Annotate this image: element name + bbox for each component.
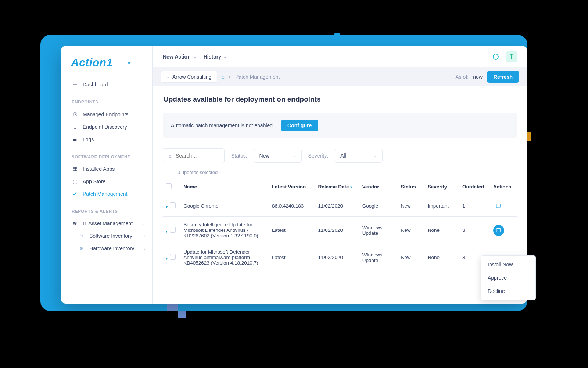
page-title: Updates available for deployment on endp… — [164, 95, 517, 103]
cell-name: Update for Microsoft Defender Antivirus … — [180, 244, 269, 271]
col-release[interactable]: Release Date▾ — [315, 179, 359, 195]
col-name[interactable]: Name — [180, 179, 269, 195]
search-input-wrap[interactable]: ⌕ — [163, 148, 225, 163]
configure-button[interactable]: Configure — [281, 120, 318, 131]
chevron-right-icon: › — [144, 246, 146, 251]
sidebar-section-endpoints: ENDPOINTS — [72, 100, 149, 104]
cell-name: Security Intelligence Update for Microso… — [180, 217, 269, 244]
button-label: New Action — [163, 54, 191, 60]
sidebar-item-software-inventory[interactable]: ≋ Software Inventory › — [71, 230, 149, 242]
search-icon: ⌕ — [168, 153, 171, 159]
sidebar-item-label: Hardware Inventory — [89, 245, 134, 251]
cell-name: Google Chrome — [180, 195, 269, 217]
row-checkbox[interactable] — [170, 202, 176, 208]
row-actions-button[interactable]: ❐ — [493, 200, 504, 211]
sidebar-item-logs[interactable]: ≣ Logs — [71, 133, 149, 146]
sidebar-item-app-store[interactable]: ▢ App Store — [71, 175, 149, 188]
sidebar-item-label: Managed Endpoints — [83, 112, 129, 117]
cell-severity: Important — [425, 195, 459, 217]
cell-vendor: Google — [359, 195, 398, 217]
cell-release: 11/02/2020 — [315, 217, 359, 244]
sidebar-item-label: Logs — [83, 137, 94, 142]
menu-approve[interactable]: Approve — [481, 271, 535, 284]
search-input[interactable] — [175, 152, 219, 159]
sidebar-item-patch-management[interactable]: ✔ Patch Management — [71, 188, 149, 200]
topbar: New Action ⌄ History ⌄ T — [153, 46, 527, 67]
cell-status: New — [398, 244, 424, 271]
breadcrumb-bar: ⌄ Arrow Consulting ⌂ • Patch Management … — [153, 67, 527, 86]
collapse-sidebar-icon[interactable]: « — [128, 60, 130, 66]
refresh-button[interactable]: Refresh — [487, 71, 519, 83]
main-panel: New Action ⌄ History ⌄ T ⌄ Arrow Consult… — [153, 46, 527, 304]
sidebar-item-label: App Store — [83, 178, 105, 184]
history-button[interactable]: History ⌄ — [204, 54, 227, 60]
expand-row-icon[interactable]: ▾ — [166, 205, 168, 209]
as-of-label: As of: — [455, 74, 469, 80]
col-actions: Actions — [490, 179, 517, 195]
avatar[interactable]: T — [506, 51, 517, 62]
expand-row-icon[interactable]: ▾ — [166, 256, 168, 261]
cell-release: 11/02/2020 — [315, 195, 359, 217]
cell-vendor: Windows Update — [359, 217, 398, 244]
bag-icon: ▢ — [72, 178, 78, 184]
row-checkbox[interactable] — [170, 227, 176, 233]
help-icon[interactable] — [493, 54, 499, 60]
severity-select[interactable]: All ⌄ — [335, 149, 383, 163]
severity-value: All — [340, 153, 346, 159]
row-actions-menu: Install Now Approve Decline — [481, 255, 536, 300]
status-label: Status: — [231, 153, 247, 159]
sidebar-item-installed-apps[interactable]: ▦ Installed Apps — [71, 163, 149, 175]
cell-version: Latest — [269, 244, 315, 271]
search-icon: ⌕ — [72, 124, 78, 130]
menu-install-now[interactable]: Install Now — [481, 258, 535, 271]
breadcrumb-current: Patch Management — [235, 74, 280, 80]
sidebar-item-label: Dashboard — [83, 82, 108, 88]
layers-icon: ≋ — [72, 220, 78, 226]
chevron-down-icon: ⌄ — [223, 54, 227, 59]
sidebar: Action1 « ▭ Dashboard ENDPOINTS ⦾ Manage… — [61, 46, 153, 304]
notice-text: Automatic patch management is not enable… — [171, 123, 273, 128]
sidebar-item-managed-endpoints[interactable]: ⦾ Managed Endpoints — [71, 108, 149, 121]
cell-status: New — [398, 195, 424, 217]
org-selector[interactable]: ⌄ Arrow Consulting — [161, 71, 217, 83]
expand-row-icon[interactable]: ▾ — [166, 229, 168, 233]
sort-desc-icon: ▾ — [350, 185, 352, 189]
sidebar-item-label: Software Inventory — [89, 233, 132, 239]
brand-logo: Action1 — [71, 56, 113, 69]
grid-icon: ▦ — [72, 166, 78, 172]
col-status[interactable]: Status — [398, 179, 424, 195]
table-row: ▾Google Chrome86.0.4240.18311/02/2020Goo… — [163, 195, 517, 217]
status-select[interactable]: New ⌄ — [254, 149, 302, 163]
cell-release: 11/02/2020 — [315, 244, 359, 271]
cell-outdated: 3 — [459, 217, 490, 244]
chevron-down-icon: ⌄ — [166, 75, 169, 79]
sidebar-item-dashboard[interactable]: ▭ Dashboard — [71, 78, 149, 91]
sidebar-item-hardware-inventory[interactable]: ≋ Hardware Inventory › — [71, 242, 149, 255]
breadcrumb-sep: • — [229, 74, 231, 80]
sidebar-item-endpoint-discovery[interactable]: ⌕ Endpoint Discovery — [71, 121, 149, 133]
select-all-checkbox[interactable] — [166, 183, 172, 189]
col-outdated[interactable]: Outdated — [459, 179, 490, 195]
col-severity[interactable]: Severity — [425, 179, 459, 195]
row-checkbox[interactable] — [170, 254, 176, 260]
sidebar-item-label: Patch Management — [83, 191, 127, 197]
as-of-value: now — [473, 74, 483, 80]
layers-icon: ≋ — [78, 233, 85, 239]
chevron-down-icon: ⌄ — [293, 153, 296, 158]
col-vendor[interactable]: Vendor — [359, 179, 398, 195]
cell-vendor: Windows Update — [359, 244, 398, 271]
auto-patch-notice: Automatic patch management is not enable… — [163, 113, 517, 138]
chevron-right-icon: › — [144, 234, 146, 238]
sidebar-item-it-asset[interactable]: ≋ IT Asset Management ⌄ — [71, 217, 149, 230]
home-icon[interactable]: ⌂ — [222, 74, 225, 80]
button-label: History — [204, 54, 221, 60]
cell-version: Latest — [269, 217, 315, 244]
new-action-button[interactable]: New Action ⌄ — [163, 54, 196, 60]
menu-decline[interactable]: Decline — [481, 284, 535, 298]
cell-outdated: 1 — [459, 195, 490, 217]
org-name: Arrow Consulting — [172, 74, 212, 80]
col-version[interactable]: Latest Version — [269, 179, 315, 195]
table-row: ▾Update for Microsoft Defender Antivirus… — [163, 244, 517, 271]
row-actions-button[interactable]: ❐ — [493, 225, 504, 236]
sidebar-item-label: IT Asset Management — [83, 220, 133, 226]
